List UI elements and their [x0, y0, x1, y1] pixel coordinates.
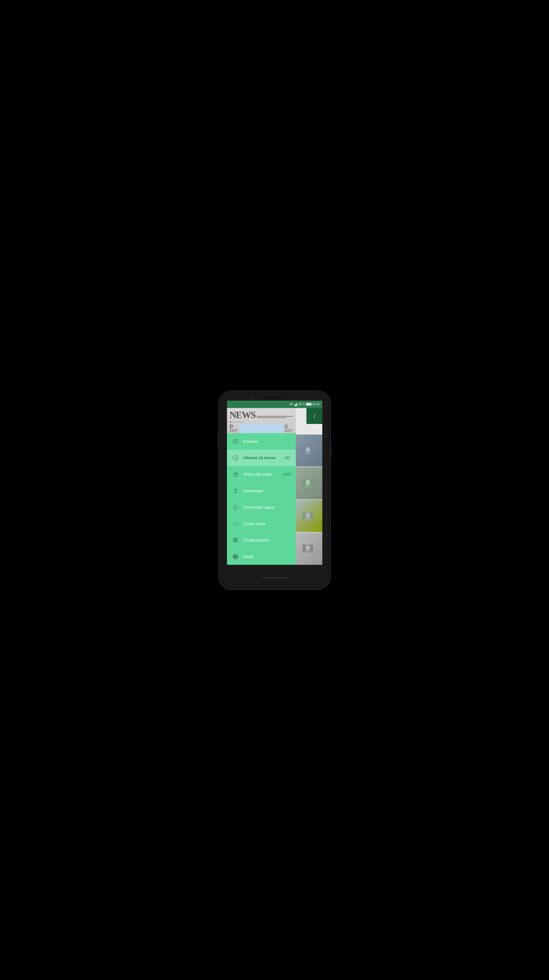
news-thumbnails [293, 434, 322, 565]
news-thumb-4 [293, 533, 322, 565]
power-button[interactable] [330, 444, 331, 459]
news-header [293, 408, 322, 434]
trocar-tema-label: Trocar Tema [243, 521, 291, 526]
menu-item-sincronizar[interactable]: Sincronizar agora [227, 499, 296, 515]
compass-icon [232, 438, 239, 445]
todos-badge: 1093 [283, 472, 291, 476]
carousel-dots [230, 421, 244, 423]
camera [251, 397, 253, 399]
explorar-label: Explorar [243, 439, 291, 444]
drawer-header: NEWS [227, 408, 296, 433]
svg-rect-1 [295, 404, 296, 406]
menu-item-todos[interactable]: Todos não Lidos 1093 [227, 466, 296, 482]
svg-point-5 [314, 415, 315, 416]
menu-item-explorar[interactable]: Explorar [227, 433, 296, 450]
sync-icon [232, 504, 239, 511]
speaker [264, 396, 285, 398]
svg-rect-15 [305, 518, 311, 520]
volume-button[interactable] [218, 433, 219, 448]
wifi-icon [290, 402, 293, 406]
todos-label: Todos não Lidos [243, 472, 278, 476]
sincronizar-label: Sincronizar agora [243, 505, 291, 509]
menu-item-trocar-tema[interactable]: Trocar Tema [227, 515, 296, 532]
svg-rect-2 [296, 403, 297, 406]
news-thumb-3 [293, 500, 322, 532]
sub-col-g: G [285, 424, 293, 429]
svg-point-14 [306, 512, 310, 518]
svg-rect-18 [305, 550, 311, 553]
ajuda-label: Ajuda [243, 554, 291, 559]
news-thumb-2 [293, 467, 322, 500]
phone-screen: 85 % 11:28 [227, 401, 322, 565]
configuracoes-label: Configurações [243, 538, 291, 542]
ad-banner [240, 424, 283, 433]
svg-rect-12 [305, 485, 311, 487]
downloads-label: Downloads [243, 488, 291, 493]
ultimas-label: Últimas 24 Horas [243, 455, 281, 460]
home-indicator [261, 577, 288, 578]
menu-list: Explorar Últimas 24 Horas 897 [227, 433, 296, 565]
screen-content: NEWS [227, 408, 322, 565]
news-thumb-1 [293, 434, 322, 467]
ultimas-badge: 897 [285, 456, 291, 460]
svg-point-6 [314, 417, 315, 418]
phone-bottom [261, 565, 288, 589]
menu-button-corner[interactable] [306, 408, 322, 424]
menu-item-ajuda[interactable]: Ajuda [227, 548, 296, 565]
time-display: 11:28 [313, 403, 319, 406]
menu-item-configuracoes[interactable]: Configurações [227, 532, 296, 548]
status-bar: 85 % 11:28 [227, 401, 322, 408]
menu-item-ultimas[interactable]: Últimas 24 Horas 897 [227, 450, 296, 466]
battery-percent: 85 % [299, 403, 305, 406]
svg-point-4 [314, 414, 315, 415]
svg-rect-9 [305, 452, 311, 454]
theme-icon [232, 520, 239, 527]
phone-device: 85 % 11:28 [219, 391, 330, 589]
settings-icon [232, 536, 239, 544]
help-icon [232, 553, 239, 560]
svg-point-17 [306, 545, 310, 550]
fire-icon [232, 471, 239, 478]
news-title: NEWS [230, 410, 256, 420]
svg-point-11 [306, 480, 310, 485]
news-background [293, 408, 322, 565]
svg-point-8 [306, 447, 310, 452]
download-icon [232, 487, 239, 495]
menu-item-downloads[interactable]: Downloads [227, 483, 296, 499]
sub-col-d: D [230, 424, 238, 429]
clock-icon [232, 454, 239, 461]
svg-rect-0 [294, 405, 295, 406]
battery-icon [306, 403, 312, 406]
svg-rect-3 [297, 403, 298, 406]
drawer-menu: NEWS [227, 408, 296, 565]
signal-icon [294, 402, 298, 406]
